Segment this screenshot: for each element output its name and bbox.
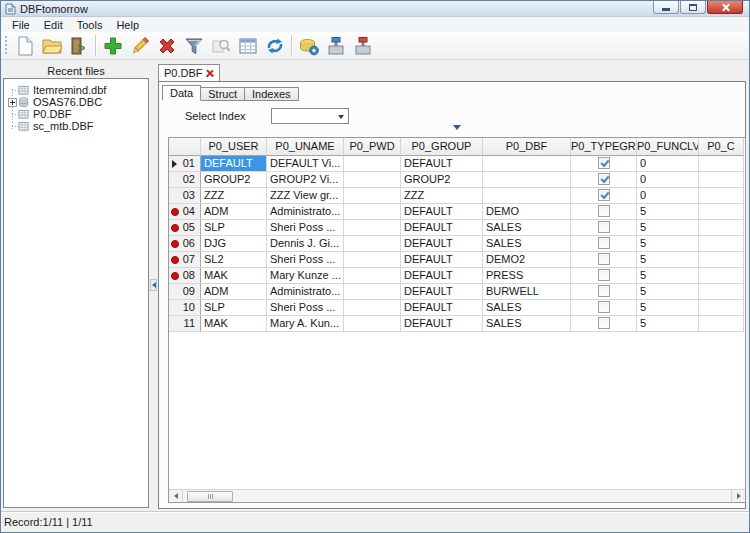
search-button[interactable] [207, 33, 234, 58]
grid-cell[interactable]: Administrato... [267, 284, 344, 300]
grid-cell[interactable]: BURWELL [483, 284, 571, 300]
grid-cell[interactable] [571, 300, 637, 316]
grid-cell[interactable]: Administrato... [267, 204, 344, 220]
grid-cell[interactable] [344, 284, 401, 300]
compress-button[interactable] [322, 33, 349, 58]
pack-database-button[interactable] [295, 33, 322, 58]
grid-cell[interactable]: ZZZ View gr... [267, 188, 344, 204]
row-header[interactable]: 11 [169, 316, 201, 332]
checkbox-icon[interactable] [598, 189, 610, 201]
checkbox-icon[interactable] [598, 301, 610, 313]
scrollbar-thumb[interactable] [187, 491, 233, 502]
grid-cell[interactable] [571, 236, 637, 252]
grid-cell[interactable] [699, 188, 744, 204]
grid-cell[interactable] [699, 204, 744, 220]
row-header[interactable]: 03 [169, 188, 201, 204]
grid-cell[interactable]: MAK [201, 316, 267, 332]
grid-cell[interactable] [571, 284, 637, 300]
grid-cell[interactable] [699, 236, 744, 252]
compress-delete-button[interactable] [349, 33, 376, 58]
grid-cell[interactable]: DEMO [483, 204, 571, 220]
grid-cell[interactable]: DEFAULT [401, 156, 483, 172]
grid-cell[interactable]: ADM [201, 284, 267, 300]
grid-cell[interactable]: 5 [637, 236, 699, 252]
grid-cell[interactable]: 0 [637, 188, 699, 204]
grid-cell[interactable] [699, 316, 744, 332]
checkbox-icon[interactable] [598, 237, 610, 249]
grid-cell[interactable]: Sheri Poss ... [267, 220, 344, 236]
grid-cell[interactable]: SLP [201, 300, 267, 316]
grid-cell[interactable] [344, 236, 401, 252]
sidebar-item-osas76[interactable]: OSAS76.DBC [4, 96, 148, 108]
grid-cell[interactable]: SALES [483, 220, 571, 236]
grid-cell[interactable]: 0 [637, 172, 699, 188]
grid-cell[interactable]: DJG [201, 236, 267, 252]
grid-cell[interactable]: SALES [483, 300, 571, 316]
grid-cell[interactable] [344, 204, 401, 220]
column-header[interactable]: P0_USER [201, 138, 267, 156]
grid-cell[interactable]: SL2 [201, 252, 267, 268]
grid-cell[interactable] [699, 268, 744, 284]
checkbox-icon[interactable] [598, 221, 610, 233]
column-header[interactable]: P0_PWD [344, 138, 401, 156]
row-header[interactable]: 01 [169, 156, 201, 172]
grid-cell[interactable]: SLP [201, 220, 267, 236]
select-index-dropdown[interactable] [271, 108, 349, 124]
grid-cell[interactable] [571, 188, 637, 204]
sidebar-item-p0[interactable]: P0.DBF [4, 108, 148, 120]
grid-cell[interactable]: PRESS [483, 268, 571, 284]
grid-cell[interactable] [344, 316, 401, 332]
grid-cell[interactable]: DEFAULT [401, 316, 483, 332]
row-header[interactable]: 09 [169, 284, 201, 300]
grid-cell[interactable] [344, 252, 401, 268]
grid-cell[interactable]: DEFAULT [401, 220, 483, 236]
grid-cell[interactable] [571, 172, 637, 188]
grid-cell[interactable]: DEFAULT [401, 300, 483, 316]
grid-cell[interactable] [571, 204, 637, 220]
close-file-button[interactable] [65, 33, 92, 58]
grid-cell[interactable]: ZZZ [401, 188, 483, 204]
grid-cell[interactable]: DEFAULT [401, 252, 483, 268]
column-header[interactable]: P0_DBF [483, 138, 571, 156]
maximize-button[interactable] [680, 1, 706, 14]
grid-cell[interactable]: ADM [201, 204, 267, 220]
grid-cell[interactable]: Dennis J. Gi... [267, 236, 344, 252]
checkbox-icon[interactable] [598, 253, 610, 265]
expand-plus-icon[interactable] [8, 98, 17, 107]
column-header[interactable]: P0_C [699, 138, 744, 156]
grid-cell[interactable] [483, 172, 571, 188]
add-record-button[interactable] [99, 33, 126, 58]
grid-cell[interactable]: 5 [637, 252, 699, 268]
checkbox-icon[interactable] [598, 317, 610, 329]
checkbox-icon[interactable] [598, 157, 610, 169]
menu-tools[interactable]: Tools [70, 18, 110, 32]
grid-cell[interactable]: GROUP2 [201, 172, 267, 188]
grid-cell[interactable]: DEFAULT [401, 284, 483, 300]
grid-cell[interactable]: Mary Kunze ... [267, 268, 344, 284]
grid-cell[interactable]: 5 [637, 220, 699, 236]
grid-cell[interactable]: DEFAULT Vi... [267, 156, 344, 172]
tab-indexes[interactable]: Indexes [245, 87, 299, 101]
column-header[interactable]: P0_TYPEGRP [571, 138, 637, 156]
collapse-up-panel-icon[interactable] [453, 125, 462, 131]
grid-cell[interactable]: Sheri Poss ... [267, 252, 344, 268]
grid-cell[interactable]: SALES [483, 236, 571, 252]
menu-file[interactable]: File [5, 18, 37, 32]
scroll-right-button[interactable] [731, 490, 745, 502]
grid-cell[interactable]: DEFAULT [401, 236, 483, 252]
row-header[interactable]: 08 [169, 268, 201, 284]
menu-help[interactable]: Help [109, 18, 146, 32]
grid-cell[interactable]: 5 [637, 284, 699, 300]
grid-cell[interactable]: DEFAULT [401, 204, 483, 220]
grid-cell[interactable] [344, 300, 401, 316]
checkbox-icon[interactable] [598, 205, 610, 217]
row-header[interactable]: 04 [169, 204, 201, 220]
row-header[interactable]: 10 [169, 300, 201, 316]
filter-button[interactable] [180, 33, 207, 58]
grid-cell[interactable]: ZZZ [201, 188, 267, 204]
grid-cell[interactable] [571, 268, 637, 284]
column-header[interactable]: P0_FUNCLVL [637, 138, 699, 156]
column-header[interactable]: P0_GROUP [401, 138, 483, 156]
toolbar-grip[interactable] [4, 36, 8, 56]
tab-p0-dbf[interactable]: P0.DBF [158, 64, 220, 81]
